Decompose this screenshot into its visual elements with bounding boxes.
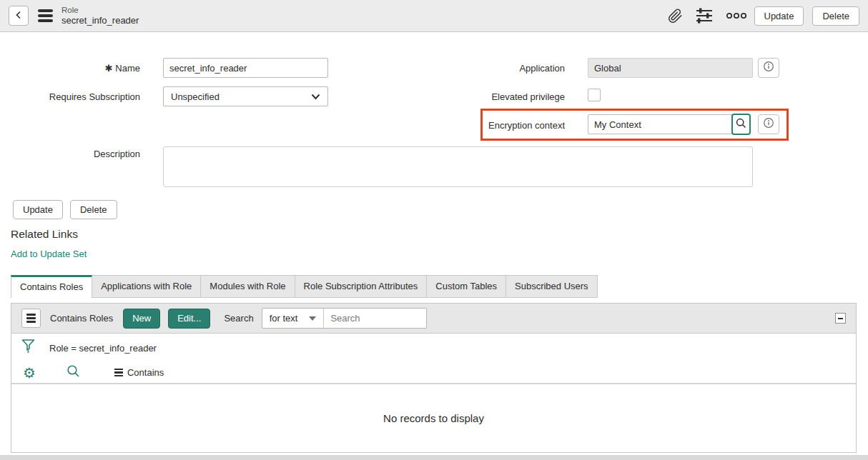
mandatory-asterisk-icon: ✱: [105, 63, 113, 74]
form-delete-button[interactable]: Delete: [70, 200, 117, 219]
personalize-sliders-icon[interactable]: [696, 8, 713, 24]
gear-icon[interactable]: ⚙: [23, 366, 36, 380]
filter-condition-text[interactable]: Role = secret_info_reader: [49, 343, 157, 354]
list-context-menu-icon[interactable]: [21, 309, 41, 328]
application-input: [588, 58, 753, 78]
breadcrumb-filter-row: Role = secret_info_reader: [11, 334, 856, 362]
chevron-left-icon: [14, 9, 23, 22]
more-options-icon[interactable]: [726, 12, 747, 19]
role-form-page: Role secret_info_reader: [0, 0, 868, 455]
info-icon: [763, 117, 774, 131]
form-update-button[interactable]: Update: [13, 200, 63, 219]
elevated-privilege-label: Elevated privilege: [458, 91, 565, 102]
header-update-button[interactable]: Update: [754, 6, 804, 26]
tab-contains-roles[interactable]: Contains Roles: [11, 275, 92, 299]
list-title: Contains Roles: [50, 313, 113, 324]
elevated-privilege-checkbox[interactable]: [588, 89, 601, 101]
add-to-update-set-link[interactable]: Add to Update Set: [11, 249, 87, 259]
search-type-select[interactable]: for text: [262, 309, 325, 328]
edit-button[interactable]: Edit...: [168, 309, 210, 329]
tab-modules-with-role[interactable]: Modules with Role: [201, 275, 295, 298]
related-links-heading: Related Links: [11, 228, 78, 241]
empty-list-message: No records to display: [11, 384, 856, 452]
search-type-value: for text: [270, 313, 298, 324]
list-search-input[interactable]: [324, 309, 426, 328]
tab-subscribed-users[interactable]: Subscribed Users: [506, 275, 598, 298]
list-search-group: for text: [262, 308, 428, 329]
new-button[interactable]: New: [123, 309, 160, 329]
form-context-menu-icon[interactable]: [38, 9, 53, 22]
encryption-context-lookup-button[interactable]: [731, 114, 751, 135]
name-input[interactable]: [163, 58, 328, 78]
chevron-down-icon: [311, 91, 320, 102]
column-menu-icon: [114, 369, 123, 376]
form-header: Role secret_info_reader: [0, 0, 868, 32]
description-label: Description: [14, 149, 140, 159]
info-icon: [763, 61, 774, 75]
contains-roles-list: Contains Roles New Edit... Search for te…: [11, 303, 857, 453]
description-textarea[interactable]: [163, 146, 753, 187]
column-header-contains[interactable]: Contains: [114, 367, 164, 378]
tab-role-subscription-attributes[interactable]: Role Subscription Attributes: [295, 275, 428, 298]
record-type-label: Role: [61, 5, 139, 15]
application-label: Application: [458, 63, 565, 74]
record-name-label: secret_info_reader: [61, 15, 139, 26]
search-label: Search: [224, 313, 253, 324]
column-header-label: Contains: [127, 367, 164, 378]
encryption-context-input[interactable]: [588, 114, 733, 134]
search-icon: [736, 118, 746, 131]
requires-subscription-label: Requires Subscription: [14, 91, 140, 102]
back-button[interactable]: [9, 6, 29, 26]
encryption-context-label: Encryption context: [458, 120, 565, 131]
list-toolbar: Contains Roles New Edit... Search for te…: [11, 304, 856, 334]
filter-funnel-icon[interactable]: [21, 339, 35, 357]
related-lists-tabs: Contains Roles Applications with Role Mo…: [11, 275, 598, 298]
header-delete-button[interactable]: Delete: [812, 6, 859, 26]
column-search-icon[interactable]: [66, 364, 80, 381]
encryption-context-info-button[interactable]: [758, 114, 779, 134]
attachment-paperclip-icon[interactable]: [668, 9, 683, 24]
collapse-list-icon[interactable]: [835, 313, 846, 324]
dropdown-arrow-icon: [309, 316, 316, 321]
name-label: ✱ Name: [14, 63, 140, 74]
requires-subscription-select[interactable]: Unspecified: [163, 86, 328, 106]
column-header-row: ⚙ Contains: [11, 362, 856, 384]
application-info-button[interactable]: [758, 58, 779, 78]
tab-custom-tables[interactable]: Custom Tables: [427, 275, 506, 298]
tab-applications-with-role[interactable]: Applications with Role: [92, 275, 201, 298]
record-title: Role secret_info_reader: [61, 5, 139, 27]
requires-subscription-value: Unspecified: [171, 91, 220, 102]
